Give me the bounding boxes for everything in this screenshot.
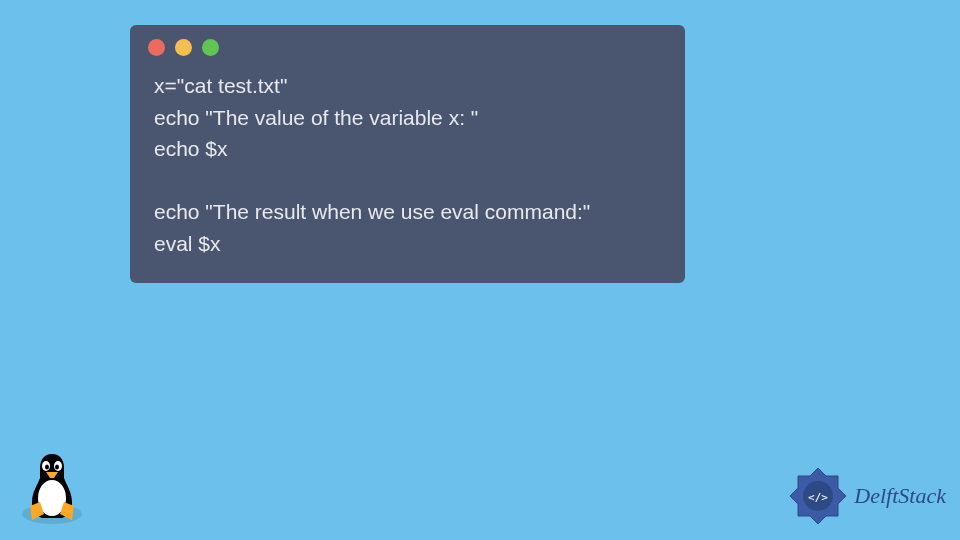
maximize-dot-icon bbox=[202, 39, 219, 56]
delftstack-logo: </> DelftStack bbox=[788, 466, 946, 526]
svg-text:</>: </> bbox=[808, 491, 828, 504]
code-line: eval $x bbox=[154, 232, 221, 255]
code-line: echo "The value of the variable x: " bbox=[154, 106, 478, 129]
window-header bbox=[130, 25, 685, 66]
code-window: x="cat test.txt" echo "The value of the … bbox=[130, 25, 685, 283]
code-content: x="cat test.txt" echo "The value of the … bbox=[130, 66, 685, 267]
delftstack-badge-icon: </> bbox=[788, 466, 848, 526]
minimize-dot-icon bbox=[175, 39, 192, 56]
close-dot-icon bbox=[148, 39, 165, 56]
delftstack-brand-text: DelftStack bbox=[854, 483, 946, 509]
svg-point-4 bbox=[45, 465, 49, 470]
svg-point-5 bbox=[55, 465, 59, 470]
code-line: echo $x bbox=[154, 137, 228, 160]
code-line: echo "The result when we use eval comman… bbox=[154, 200, 590, 223]
tux-linux-icon bbox=[18, 446, 86, 526]
code-line: x="cat test.txt" bbox=[154, 74, 287, 97]
